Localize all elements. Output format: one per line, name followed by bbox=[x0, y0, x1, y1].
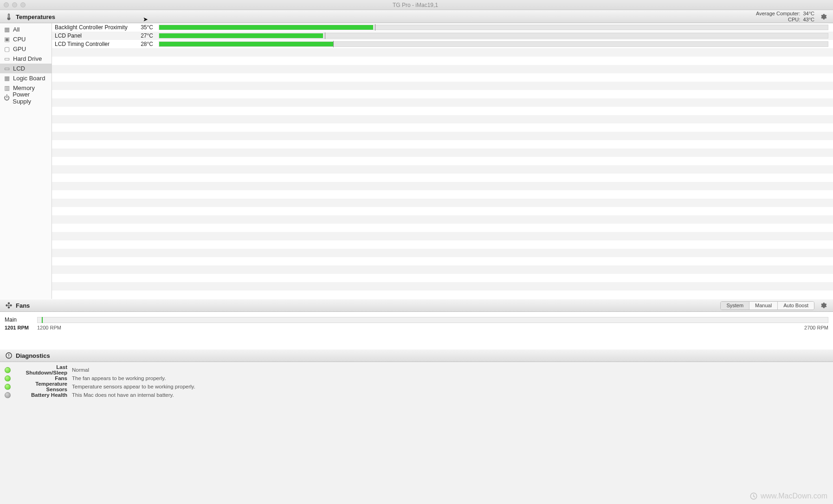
empty-row bbox=[52, 224, 833, 232]
svg-point-0 bbox=[8, 18, 9, 19]
fans-header: Fans SystemManualAuto Boost bbox=[0, 299, 833, 312]
sidebar-item-all[interactable]: ▦All bbox=[0, 25, 52, 34]
fan-position-indicator bbox=[42, 317, 43, 323]
fan-name: Main bbox=[5, 317, 37, 323]
empty-row bbox=[52, 149, 833, 157]
thermometer-icon bbox=[5, 13, 13, 20]
status-dot-icon bbox=[5, 367, 11, 373]
sidebar-item-cpu[interactable]: ▣CPU bbox=[0, 34, 52, 44]
empty-row bbox=[52, 274, 833, 282]
category-icon: ▭ bbox=[4, 56, 10, 62]
empty-row bbox=[52, 190, 833, 199]
empty-row bbox=[52, 140, 833, 149]
sidebar-item-hard-drive[interactable]: ▭Hard Drive bbox=[0, 54, 52, 64]
fan-icon bbox=[5, 302, 13, 309]
fans-panel: Main 1201 RPM 1200 RPM 2700 RPM bbox=[0, 312, 833, 349]
sensor-temp: 28°C bbox=[136, 41, 159, 47]
diagnostic-row: Temperature SensorsTemperature sensors a… bbox=[5, 382, 828, 391]
svg-point-1 bbox=[8, 305, 10, 306]
temperatures-settings-button[interactable] bbox=[818, 12, 828, 22]
category-icon: ▦ bbox=[4, 26, 10, 33]
window-title: TG Pro - iMac19,1 bbox=[26, 2, 805, 8]
watermark: www.MacDown.com bbox=[749, 492, 827, 500]
sensor-name: Backlight Controller Proximity bbox=[52, 24, 136, 31]
empty-row bbox=[52, 165, 833, 174]
diagnostic-label: Last Shutdown/Sleep bbox=[17, 364, 72, 375]
fans-settings-button[interactable] bbox=[818, 300, 828, 310]
sensor-bar-fill bbox=[159, 33, 323, 38]
diagnostic-label: Fans bbox=[17, 375, 72, 381]
diagnostic-value: The fan appears to be working properly. bbox=[72, 375, 166, 381]
sidebar-item-label: Power Supply bbox=[13, 91, 48, 105]
category-icon: ▥ bbox=[4, 85, 10, 91]
diagnostic-value: This Mac does not have an internal batte… bbox=[72, 392, 174, 398]
sidebar-item-lcd[interactable]: ▭LCD bbox=[0, 64, 52, 73]
sidebar-item-label: GPU bbox=[13, 45, 26, 52]
diagnostic-value: Temperature sensors appear to be working… bbox=[72, 384, 195, 389]
empty-row bbox=[52, 282, 833, 291]
category-icon: ▭ bbox=[4, 65, 10, 72]
fan-mode-system[interactable]: System bbox=[721, 302, 749, 310]
empty-row bbox=[52, 123, 833, 132]
sidebar-item-label: LCD bbox=[13, 65, 25, 72]
average-readout: Average Computer: 34°C CPU: 43°C bbox=[756, 11, 814, 23]
traffic-lights[interactable] bbox=[4, 2, 26, 7]
empty-row bbox=[52, 48, 833, 57]
empty-row bbox=[52, 65, 833, 73]
category-icon: ▢ bbox=[4, 46, 10, 52]
sensor-temp: 27°C bbox=[136, 32, 159, 39]
close-icon[interactable] bbox=[4, 2, 9, 7]
sidebar-item-logic-board[interactable]: ▦Logic Board bbox=[0, 73, 52, 83]
fan-slider[interactable] bbox=[37, 317, 828, 323]
sensor-name: LCD Panel bbox=[52, 32, 136, 39]
empty-row bbox=[52, 157, 833, 165]
empty-row bbox=[52, 215, 833, 224]
minimize-icon[interactable] bbox=[12, 2, 17, 7]
empty-row bbox=[52, 73, 833, 82]
fan-current-rpm: 1201 RPM bbox=[5, 325, 37, 330]
diagnostics-title: Diagnostics bbox=[16, 352, 50, 359]
empty-row bbox=[52, 249, 833, 257]
sensor-row[interactable]: LCD Panel27°C bbox=[52, 32, 833, 40]
sidebar-item-power-supply[interactable]: ⏻Power Supply bbox=[0, 93, 52, 103]
status-dot-icon bbox=[5, 384, 11, 390]
sidebar-item-gpu[interactable]: ▢GPU bbox=[0, 44, 52, 54]
diagnostics-header: Diagnostics bbox=[0, 349, 833, 362]
info-icon bbox=[5, 352, 13, 359]
diagnostic-label: Temperature Sensors bbox=[17, 381, 72, 392]
fan-mode-segmented[interactable]: SystemManualAuto Boost bbox=[720, 301, 814, 310]
empty-row bbox=[52, 240, 833, 249]
fans-title: Fans bbox=[16, 302, 30, 309]
sensor-bar bbox=[159, 33, 828, 39]
diagnostic-label: Battery Health bbox=[17, 392, 72, 398]
temperatures-header: Temperatures Average Computer: 34°C CPU:… bbox=[0, 10, 833, 23]
fan-mode-auto-boost[interactable]: Auto Boost bbox=[778, 302, 814, 310]
status-dot-icon bbox=[5, 375, 11, 381]
category-icon: ▣ bbox=[4, 36, 10, 43]
sensor-temp: 35°C bbox=[136, 24, 159, 31]
sensor-row[interactable]: LCD Timing Controller28°C bbox=[52, 40, 833, 48]
sensor-list: Backlight Controller Proximity35°CLCD Pa… bbox=[52, 23, 833, 299]
empty-row bbox=[52, 291, 833, 299]
fan-max-rpm: 2700 RPM bbox=[804, 325, 828, 330]
zoom-icon[interactable] bbox=[20, 2, 26, 7]
diagnostics-panel: Last Shutdown/SleepNormalFansThe fan app… bbox=[0, 362, 833, 403]
sensor-bar bbox=[159, 41, 828, 47]
temperatures-panel: ▦All▣CPU▢GPU▭Hard Drive▭LCD▦Logic Board▥… bbox=[0, 23, 833, 299]
fan-mode-manual[interactable]: Manual bbox=[749, 302, 778, 310]
sensor-bar-fill bbox=[159, 42, 333, 46]
sensor-row[interactable]: Backlight Controller Proximity35°C bbox=[52, 23, 833, 32]
empty-row bbox=[52, 98, 833, 107]
empty-row bbox=[52, 115, 833, 123]
diagnostic-row: FansThe fan appears to be working proper… bbox=[5, 374, 828, 382]
empty-row bbox=[52, 107, 833, 115]
diagnostic-row: Last Shutdown/SleepNormal bbox=[5, 366, 828, 374]
status-dot-icon bbox=[5, 392, 11, 398]
empty-row bbox=[52, 207, 833, 215]
svg-point-4 bbox=[8, 356, 9, 357]
empty-row bbox=[52, 257, 833, 265]
empty-row bbox=[52, 199, 833, 207]
category-icon: ⏻ bbox=[4, 95, 10, 101]
sensor-bar-fill bbox=[159, 25, 373, 30]
category-sidebar: ▦All▣CPU▢GPU▭Hard Drive▭LCD▦Logic Board▥… bbox=[0, 23, 52, 299]
